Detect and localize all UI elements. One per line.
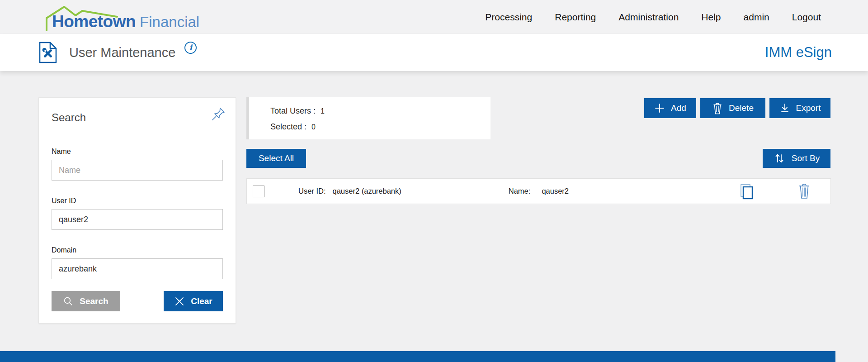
- nav-item-admin-user[interactable]: admin: [744, 12, 769, 23]
- selected-label: Selected :: [270, 119, 307, 134]
- summary-panel: Total Users : 1 Selected : 0: [246, 97, 491, 139]
- domain-field-label: Domain: [52, 246, 223, 254]
- sort-arrows-icon: [774, 153, 785, 164]
- info-icon[interactable]: i: [184, 42, 197, 54]
- select-all-button[interactable]: Select All: [246, 149, 306, 168]
- main-content: Search Name User ID Domain Search: [0, 71, 868, 362]
- delete-button[interactable]: Delete: [700, 98, 765, 118]
- user-id-input[interactable]: [52, 209, 223, 230]
- nav-item-logout[interactable]: Logout: [792, 12, 821, 23]
- sort-by-button[interactable]: Sort By: [763, 149, 830, 168]
- total-users-label: Total Users :: [270, 103, 316, 119]
- nav-item-processing[interactable]: Processing: [485, 12, 532, 23]
- close-icon: [174, 296, 185, 307]
- page-title: User Maintenance: [69, 45, 175, 60]
- trash-icon: [712, 102, 723, 114]
- row-user-id-label: User ID:: [298, 187, 326, 195]
- top-nav-bar: HometownFinancial Processing Reporting A…: [0, 0, 868, 34]
- logo-text-bold: Hometown: [52, 12, 136, 31]
- user-id-field-label: User ID: [52, 197, 223, 205]
- clear-button[interactable]: Clear: [164, 291, 223, 311]
- name-field-label: Name: [52, 148, 223, 156]
- logo-text-light: Financial: [140, 14, 199, 30]
- hometown-financial-logo[interactable]: HometownFinancial: [38, 1, 233, 33]
- page-header: User Maintenance i IMM eSign: [0, 34, 868, 71]
- export-button[interactable]: Export: [769, 98, 830, 118]
- name-input[interactable]: [52, 160, 223, 181]
- delete-user-icon[interactable]: [797, 183, 811, 200]
- search-icon: [63, 296, 73, 306]
- add-button[interactable]: Add: [644, 98, 696, 118]
- search-panel-title: Search: [52, 111, 223, 124]
- delete-button-label: Delete: [729, 103, 754, 113]
- footer-bar: [0, 351, 835, 362]
- nav-menu: Processing Reporting Administration Help…: [485, 12, 821, 23]
- row-name-value: qauser2: [542, 187, 569, 195]
- select-all-label: Select All: [259, 153, 294, 163]
- search-button[interactable]: Search: [52, 291, 120, 311]
- export-button-label: Export: [796, 103, 821, 113]
- selected-line: Selected : 0: [270, 119, 491, 135]
- selected-value: 0: [311, 119, 316, 135]
- add-button-label: Add: [671, 103, 686, 113]
- user-actions-toolbar: Add Delete Export: [644, 98, 830, 118]
- row-checkbox[interactable]: [253, 186, 264, 197]
- row-name-label: Name:: [509, 187, 531, 195]
- product-name: IMM eSign: [765, 44, 832, 61]
- sort-by-label: Sort By: [792, 153, 820, 163]
- nav-item-administration[interactable]: Administration: [618, 12, 679, 23]
- search-button-label: Search: [80, 296, 108, 306]
- logo-text: HometownFinancial: [52, 12, 199, 31]
- total-users-value: 1: [321, 104, 325, 119]
- nav-item-reporting[interactable]: Reporting: [555, 12, 596, 23]
- search-panel: Search Name User ID Domain Search: [38, 97, 236, 324]
- plus-icon: [654, 103, 665, 114]
- copy-user-icon[interactable]: [738, 183, 755, 200]
- row-user-id-value: qauser2 (azurebank): [333, 187, 401, 195]
- total-users-line: Total Users : 1: [270, 103, 491, 119]
- clear-button-label: Clear: [191, 296, 212, 306]
- pin-icon[interactable]: [210, 106, 226, 124]
- user-list-row: User ID: qauser2 (azurebank) Name: qause…: [246, 178, 831, 204]
- download-icon: [779, 103, 790, 114]
- user-maintenance-doc-tools-icon: [38, 41, 57, 64]
- domain-input[interactable]: [52, 258, 223, 279]
- nav-item-help[interactable]: Help: [701, 12, 721, 23]
